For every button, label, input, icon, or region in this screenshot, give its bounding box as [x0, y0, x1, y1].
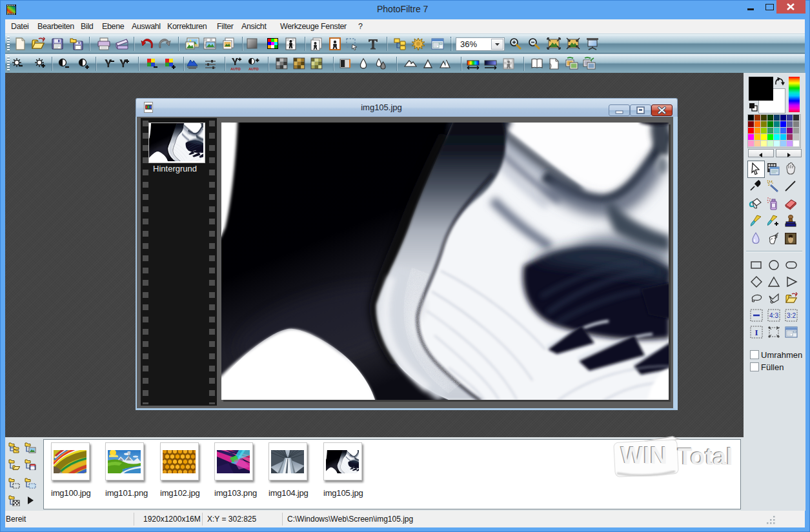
svg-text:WIN: WIN [621, 442, 667, 469]
svg-text:4:3: 4:3 [769, 312, 778, 319]
svg-text:AUTO: AUTO [248, 67, 259, 71]
svg-text:Total: Total [678, 444, 733, 470]
svg-text:I: I [754, 328, 758, 337]
svg-text:AUTO: AUTO [230, 67, 241, 71]
svg-text:3:2: 3:2 [787, 312, 796, 319]
